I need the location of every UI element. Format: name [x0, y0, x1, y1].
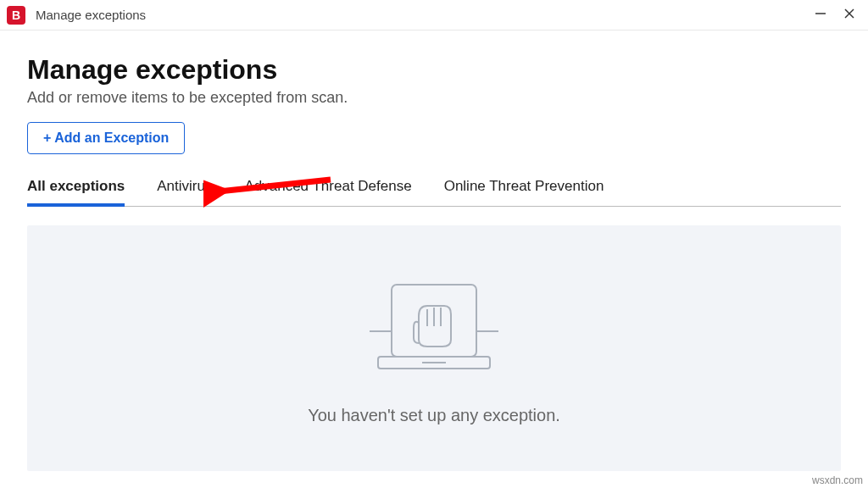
add-exception-button[interactable]: + Add an Exception: [27, 122, 185, 154]
empty-hand-laptop-icon: [366, 272, 502, 382]
tab-online-threat-prevention[interactable]: Online Threat Prevention: [444, 178, 604, 206]
watermark: wsxdn.com: [812, 474, 863, 486]
titlebar: B Manage exceptions: [0, 0, 868, 30]
content-area: Manage exceptions Add or remove items to…: [0, 30, 868, 471]
page-subtitle: Add or remove items to be excepted from …: [27, 89, 841, 107]
empty-state-panel: You haven't set up any exception.: [27, 225, 841, 471]
tabs: All exceptions Antivirus Advanced Threat…: [27, 178, 841, 207]
tab-antivirus[interactable]: Antivirus: [157, 178, 212, 206]
tab-all-exceptions[interactable]: All exceptions: [27, 178, 125, 207]
window-title: Manage exceptions: [36, 8, 814, 22]
close-button[interactable]: [843, 8, 856, 23]
tab-advanced-threat-defense[interactable]: Advanced Threat Defense: [244, 178, 411, 206]
minimize-button[interactable]: [814, 8, 827, 23]
app-logo-icon: B: [7, 6, 25, 25]
page-title: Manage exceptions: [27, 54, 841, 86]
window-controls: [814, 8, 856, 23]
empty-state-message: You haven't set up any exception.: [308, 406, 560, 425]
